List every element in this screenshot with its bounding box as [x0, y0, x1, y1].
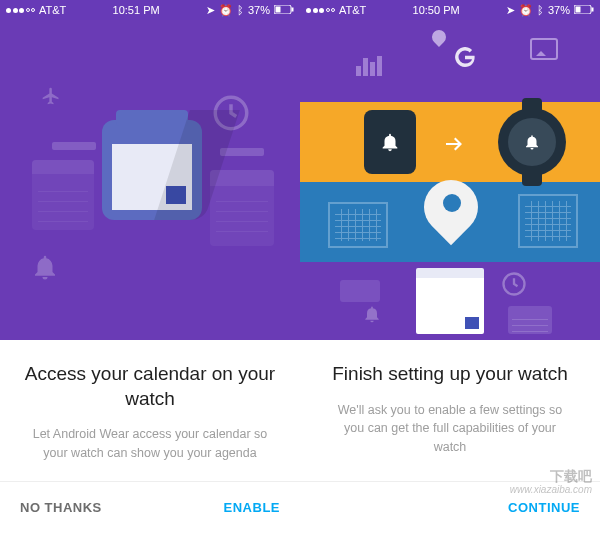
status-bar: AT&T 10:51 PM ➤ ⏰ ᛒ 37%	[0, 0, 300, 20]
phone-right: AT&T 10:50 PM ➤ ⏰ ᛒ 37%	[300, 0, 600, 533]
bell-icon	[362, 304, 382, 324]
location-arrow-icon: ➤	[506, 4, 515, 17]
location-pin-icon	[424, 180, 478, 234]
button-row: NO THANKS ENABLE	[0, 481, 300, 533]
image-icon	[530, 38, 558, 60]
building-icon	[518, 194, 578, 248]
equalizer-icon	[356, 54, 382, 76]
airplane-icon	[36, 86, 66, 106]
bluetooth-icon: ᛒ	[237, 4, 244, 16]
phone-device-icon	[364, 110, 416, 174]
clock-label: 10:50 PM	[413, 4, 460, 16]
page-title: Access your calendar on your watch	[18, 362, 282, 411]
hero-illustration-setup	[300, 20, 600, 340]
svg-rect-5	[575, 7, 580, 13]
mini-calendar-icon	[210, 170, 274, 246]
signal-dots-icon	[6, 8, 35, 13]
status-bar: AT&T 10:50 PM ➤ ⏰ ᛒ 37%	[300, 0, 600, 20]
clock-label: 10:51 PM	[113, 4, 160, 16]
bluetooth-icon: ᛒ	[537, 4, 544, 16]
arrow-right-icon	[440, 132, 468, 156]
svg-rect-1	[275, 7, 280, 13]
alarm-icon: ⏰	[219, 4, 233, 17]
content-area: Access your calendar on your watch Let A…	[0, 340, 300, 481]
continue-button[interactable]: CONTINUE	[508, 500, 580, 515]
hero-illustration-calendar	[0, 20, 300, 340]
enable-button[interactable]: ENABLE	[224, 500, 280, 515]
button-row: CONTINUE	[300, 481, 600, 533]
calendar-small-icon	[416, 274, 484, 334]
page-subtitle: We'll ask you to enable a few settings s…	[318, 401, 582, 457]
carrier-label: AT&T	[39, 4, 66, 16]
battery-icon	[274, 4, 294, 16]
clock-icon	[500, 270, 528, 298]
building-icon	[328, 202, 388, 248]
phone-left: AT&T 10:51 PM ➤ ⏰ ᛒ 37%	[0, 0, 300, 533]
svg-rect-2	[291, 8, 293, 12]
list-card-icon	[340, 280, 380, 302]
content-area: Finish setting up your watch We'll ask y…	[300, 340, 600, 481]
svg-rect-6	[591, 8, 593, 12]
google-g-icon	[450, 42, 480, 72]
calendar-app-icon	[102, 120, 202, 220]
signal-dots-icon	[306, 8, 335, 13]
mini-calendar-icon	[508, 306, 552, 334]
mini-calendar-icon	[32, 160, 94, 230]
battery-percent: 37%	[248, 4, 270, 16]
battery-icon	[574, 4, 594, 16]
carrier-label: AT&T	[339, 4, 366, 16]
page-subtitle: Let Android Wear access your calendar so…	[18, 425, 282, 463]
alarm-icon: ⏰	[519, 4, 533, 17]
screenshot-pair: AT&T 10:51 PM ➤ ⏰ ᛒ 37%	[0, 0, 600, 533]
page-title: Finish setting up your watch	[332, 362, 568, 387]
no-thanks-button[interactable]: NO THANKS	[20, 500, 102, 515]
location-arrow-icon: ➤	[206, 4, 215, 17]
bell-icon	[30, 252, 60, 282]
list-line-icon	[52, 142, 96, 150]
watch-device-icon	[498, 108, 566, 176]
battery-percent: 37%	[548, 4, 570, 16]
